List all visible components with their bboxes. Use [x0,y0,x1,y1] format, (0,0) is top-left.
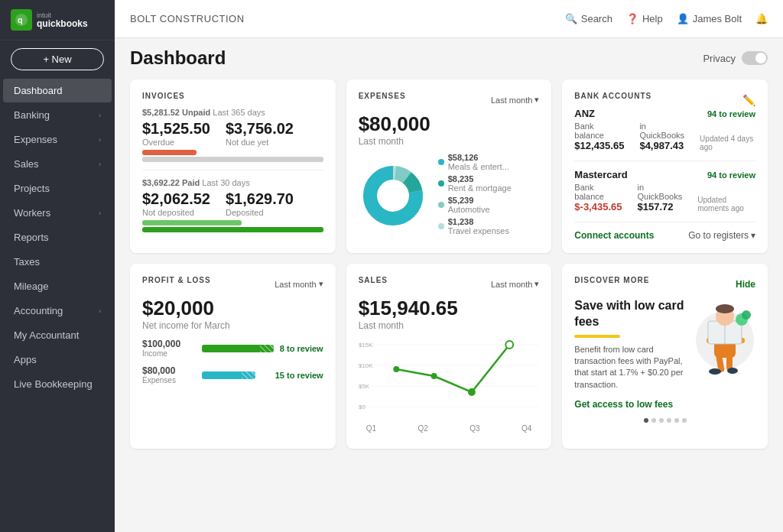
help-action[interactable]: ❓ Help [626,13,663,24]
discover-dot-2[interactable] [651,418,656,423]
bank-anz-update: Updated 4 days ago [700,135,755,151]
discover-dot-6[interactable] [682,418,687,423]
user-icon: 👤 [677,13,689,24]
discover-description: Benefit from low card transaction fees w… [574,344,687,391]
pnl-sub: Net income for March [142,320,323,331]
go-to-registers-link[interactable]: Go to registers ▾ [688,230,755,241]
bank-anz-qb-balance: $4,987.43 [639,140,684,151]
svg-text:$5K: $5K [359,383,370,390]
bank-account-anz: ANZ 94 to review Bank balance $12,435.65… [574,108,755,151]
svg-point-16 [430,373,437,379]
sales-period-selector[interactable]: Last month ▾ [491,279,539,289]
discover-content: Save with low card fees Benefit from low… [574,298,755,410]
discover-cta-link[interactable]: Get access to low fees [574,399,673,410]
quickbooks-logo: q [11,9,32,31]
sidebar-item-live-bookkeeping[interactable]: Live Bookkeeping [3,372,112,396]
svg-text:q: q [18,15,23,24]
pnl-income-review[interactable]: 8 to review [280,344,323,353]
svg-text:$10K: $10K [359,362,373,369]
invoices-overdue-bar [142,150,197,155]
bank-anz-review-link[interactable]: 94 to review [707,109,755,118]
expenses-title: EXPENSES [359,92,406,100]
connect-accounts-link[interactable]: Connect accounts [574,230,654,241]
sidebar-item-accounting[interactable]: Accounting› [3,299,112,323]
sidebar-item-projects[interactable]: Projects [3,177,112,200]
discover-text: Save with low card fees Benefit from low… [574,298,687,410]
pnl-expense-label: $80,000 Expenses [142,365,196,384]
invoices-unpaid-label: $5,281.52 Unpaid Last 365 days [142,108,323,117]
expenses-period-selector[interactable]: Last month ▾ [491,95,539,105]
pnl-expense-review[interactable]: 15 to review [275,371,323,380]
discover-dot-3[interactable] [659,418,664,423]
pnl-title: PROFIT & LOSS [142,276,211,284]
notifications-button[interactable]: 🔔 [755,13,768,24]
topbar: BOLT CONSTRUCTION 🔍 Search ❓ Help 👤 Jame… [115,0,783,38]
discover-dot-5[interactable] [674,418,679,423]
svg-point-32 [742,310,751,320]
sidebar-item-expenses[interactable]: Expenses› [3,128,112,151]
svg-point-30 [716,304,734,313]
svg-point-15 [393,366,399,372]
user-menu[interactable]: 👤 James Bolt [677,13,742,24]
app-name: intuit quickbooks [37,11,88,28]
sidebar-item-sales[interactable]: Sales› [3,152,112,176]
toggle-knob [755,53,766,63]
sidebar-item-taxes[interactable]: Taxes [3,250,112,274]
bank-mastercard-review-link[interactable]: 94 to review [707,170,755,180]
bank-edit-icon[interactable]: ✏️ [742,94,755,106]
discover-dots [574,418,755,423]
page-header: Dashboard Privacy [130,47,768,69]
invoices-notdue-label: Not due yet [226,138,294,147]
pnl-period-selector[interactable]: Last month ▾ [275,279,323,289]
invoices-overdue-amount: $1,525.50 [142,120,210,138]
svg-text:$15K: $15K [359,342,373,349]
sidebar-item-reports[interactable]: Reports [3,225,112,249]
expenses-legend: $58,126Meals & entert... $8,235Rent & mo… [438,153,512,238]
svg-point-22 [709,368,721,375]
discover-dot-4[interactable] [667,418,671,423]
new-button[interactable]: + New [11,48,104,70]
invoices-deposited-label: Deposited [226,208,294,217]
sidebar-item-dashboard[interactable]: Dashboard [3,79,112,102]
page-title: Dashboard [130,47,226,69]
discover-illustration [694,298,755,385]
cards-grid: INVOICES $5,281.52 Unpaid Last 365 days … [130,79,768,449]
sidebar-item-my-accountant[interactable]: My Accountant [3,323,112,347]
bank-mastercard-name: Mastercard [574,169,627,180]
invoices-title: INVOICES [142,92,323,100]
search-icon: 🔍 [565,13,577,24]
expenses-card: EXPENSES Last month ▾ $80,000 Last month [346,79,552,253]
bank-anz-name: ANZ [574,108,595,119]
sidebar-logo: q intuit quickbooks [0,0,115,41]
search-action[interactable]: 🔍 Search [565,13,612,24]
discover-hide-button[interactable]: Hide [736,279,755,290]
bank-mastercard-update: Updated moments ago [697,196,755,212]
pnl-income-bar [202,345,274,352]
bank-anz-qb-label: in QuickBooks [639,122,684,140]
privacy-toggle[interactable] [742,51,768,65]
invoices-notdeposited-amount: $2,062.52 [142,190,210,208]
sidebar-item-mileage[interactable]: Mileage [3,274,112,298]
sidebar-item-apps[interactable]: Apps [3,348,112,371]
nav-list: Dashboard Banking› Expenses› Sales› Proj… [0,78,115,532]
pnl-card: PROFIT & LOSS Last month ▾ $20,000 Net i… [130,264,336,449]
topbar-actions: 🔍 Search ❓ Help 👤 James Bolt 🔔 [565,13,768,24]
discover-title: DISCOVER MORE [574,276,649,284]
invoices-notdeposited-label: Not deposited [142,208,210,217]
help-icon: ❓ [626,13,638,24]
discover-card-title: Save with low card fees [574,298,687,330]
sidebar-item-workers[interactable]: Workers› [3,201,112,225]
bank-mastercard-balance-label: Bank balance [574,183,622,201]
bank-mastercard-balance: $-3,435.65 [574,201,622,212]
bank-mastercard-qb-label: in QuickBooks [638,183,683,201]
sales-chart: $15K $10K $5K $0 [359,337,540,436]
bank-anz-balance-label: Bank balance [574,122,624,140]
invoices-notdue-amount: $3,756.02 [226,120,294,138]
sales-card: SALES Last month ▾ $15,940.65 Last month [346,264,552,449]
discover-dot-1[interactable] [644,418,648,423]
sidebar-item-banking[interactable]: Banking› [3,103,112,127]
bank-anz-balance: $12,435.65 [574,140,624,151]
invoices-paid-label: $3,692.22 Paid Last 30 days [142,178,323,187]
bank-footer: Connect accounts Go to registers ▾ [574,230,755,241]
company-name: BOLT CONSTRUCTION [130,13,245,24]
